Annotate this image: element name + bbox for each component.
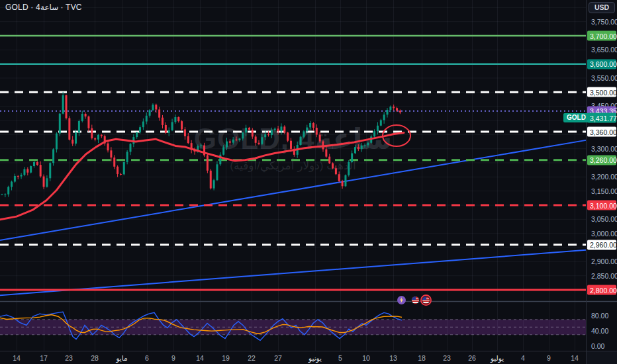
price-tick: 3,300.000 (591, 145, 617, 153)
time-tick: 9 (547, 354, 551, 362)
grid (0, 0, 586, 351)
price-level-badge[interactable]: 3,260.000 (587, 155, 616, 165)
tradingview-chart-window: GOLD, 4ساعة الذهب (دولار أمريكي/أوقية) G… (0, 0, 617, 364)
price-tick: 3,050.000 (591, 215, 617, 223)
time-tick: 13 (389, 354, 397, 362)
time-tick: 10 (362, 354, 370, 362)
price-tick: 2,850.000 (591, 272, 617, 280)
trend-line-1[interactable] (0, 140, 586, 240)
time-tick: 14 (13, 354, 21, 362)
price-level-badge[interactable]: 3,360.000 (587, 127, 616, 137)
time-tick: 22 (248, 354, 256, 362)
time-tick: 5 (338, 354, 342, 362)
time-tick-month: يونيو (308, 354, 322, 362)
trend-line-2[interactable] (0, 250, 586, 295)
rsi-tick: 0.00 (591, 342, 604, 350)
time-tick: 28 (91, 354, 99, 362)
event-us-flag-icon[interactable] (411, 296, 420, 304)
time-tick: 26 (468, 354, 476, 362)
time-tick: 14 (571, 354, 579, 362)
time-tick: 18 (418, 354, 426, 362)
chart-canvas[interactable] (0, 0, 617, 364)
price-tick: 3,650.000 (591, 46, 617, 54)
price-level-badge[interactable]: 2,800.000 (587, 285, 616, 295)
time-tick-month: مايو (116, 354, 127, 362)
event-us-flag-icon-highlighted[interactable] (422, 296, 430, 304)
time-tick: 23 (65, 354, 73, 362)
price-tick: 3,550.000 (591, 74, 617, 82)
time-tick: 9 (171, 354, 175, 362)
price-tick: 3,000.000 (591, 230, 617, 238)
symbol-header[interactable]: GOLD · 4ساعة · TVC (5, 3, 82, 12)
time-tick: 23 (443, 354, 451, 362)
currency-button[interactable]: USD (589, 2, 615, 13)
price-level-badge[interactable]: 2,960.000 (587, 240, 616, 250)
price-level-badge[interactable]: 3,500.000 (587, 87, 616, 97)
price-tick: 3,150.000 (591, 187, 617, 195)
lightning-bolt-icon (399, 297, 404, 303)
price-level-badge[interactable]: 3,600.000 (587, 59, 616, 69)
price-tick: 2,900.000 (591, 257, 617, 265)
rsi-tick: 40.00 (591, 327, 608, 335)
rsi-tick: 80.00 (591, 312, 608, 320)
time-tick: 6 (145, 354, 149, 362)
symbol-price-tag: GOLD (563, 113, 589, 122)
event-lightning-icon[interactable] (397, 296, 406, 304)
time-tick-month: يوليو (491, 354, 504, 362)
price-level-badge[interactable]: 3,700.000 (587, 31, 616, 41)
time-tick: 19 (222, 354, 230, 362)
time-tick: 17 (40, 354, 48, 362)
price-tick: 3,750.000 (591, 18, 617, 26)
last-price-badge[interactable]: 3,431.775 (587, 113, 616, 123)
price-level-badge[interactable]: 3,100.000 (587, 201, 616, 210)
time-tick: 14 (196, 354, 204, 362)
axis-corner (587, 351, 617, 364)
time-tick: 4 (521, 354, 525, 362)
price-tick: 3,200.000 (591, 173, 617, 181)
time-tick: 27 (274, 354, 282, 362)
